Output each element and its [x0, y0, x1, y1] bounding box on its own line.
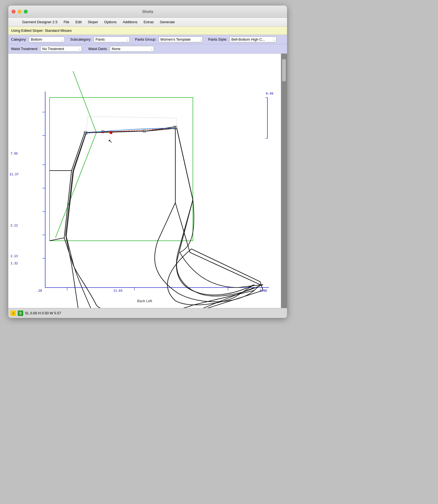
menu-item-file[interactable]: File	[61, 19, 72, 25]
waist-treatment-select[interactable]: No Treatment	[40, 46, 82, 52]
garment-outline	[66, 128, 263, 308]
waist-treatment-select-wrapper: No Treatment	[40, 46, 82, 52]
subcategory-label: Subcategory:	[70, 37, 92, 41]
menu-item-options[interactable]: Options	[101, 19, 119, 25]
menu-item-generate[interactable]: Generate	[157, 19, 178, 25]
using-sloper-label: Using Edited Sloper:	[11, 28, 44, 33]
svg-rect-12	[49, 98, 193, 241]
warning-icon: ⚠	[11, 310, 16, 316]
window-title: Shorts	[142, 9, 153, 14]
pants-group-select[interactable]: Women's Template	[158, 36, 203, 42]
subcategory-select-wrapper: Pants	[94, 36, 130, 42]
waist-darts-select-wrapper: None	[110, 46, 154, 52]
menu-item-app[interactable]: Garment Designer 2.5	[19, 19, 60, 25]
menubar: Garment Designer 2.5 File Edit Sloper Op…	[8, 18, 287, 27]
svg-line-14	[55, 133, 96, 238]
menu-item-extras[interactable]: Extras	[141, 19, 157, 25]
main-window: Shorts Garment Designer 2.5 File Edit Sl…	[8, 6, 287, 318]
waist-treatment-label: Waist Treatment:	[11, 47, 38, 51]
menu-item-edit[interactable]: Edit	[73, 19, 84, 25]
maximize-button[interactable]	[24, 10, 28, 14]
apple-icon[interactable]	[11, 19, 17, 25]
waist-darts-select[interactable]: None	[110, 46, 154, 52]
subcategory-select[interactable]: Pants	[94, 36, 130, 42]
pants-style-select[interactable]: Bell-Bottom High C...	[230, 36, 277, 42]
minimize-button[interactable]	[18, 10, 22, 14]
category-select[interactable]: Bottom	[29, 36, 65, 42]
s-icon: S	[18, 310, 23, 316]
canvas-area[interactable]: 0.49 7.95 11.37 2.12 2.13 1.32 .18 11.65…	[8, 54, 281, 308]
svg-line-15	[86, 128, 177, 133]
controls-bar-1: Category: Bottom Subcategory: Pants Pant…	[8, 35, 287, 44]
scrollbar-thumb[interactable]	[282, 59, 286, 81]
status-text: SL 0.00 H 0.50 W 5.57	[25, 311, 61, 315]
sloper-info-bar: Using Edited Sloper: Standard Misses	[8, 27, 287, 35]
scrollbar-right[interactable]	[281, 54, 287, 308]
category-select-wrapper: Bottom	[29, 36, 65, 42]
pants-style-label: Pants Style:	[208, 37, 227, 41]
titlebar: Shorts	[8, 6, 287, 18]
svg-point-20	[109, 131, 113, 134]
close-button[interactable]	[12, 10, 15, 14]
pattern-canvas[interactable]: ↖	[8, 54, 281, 308]
pants-group-select-wrapper: Women's Template	[158, 36, 203, 42]
controls-bar-2: Waist Treatment: No Treatment Waist Dart…	[8, 44, 287, 54]
traffic-lights	[12, 10, 28, 14]
waist-darts-label: Waist Darts:	[88, 47, 108, 51]
menu-item-additions[interactable]: Additions	[120, 19, 140, 25]
menu-item-sloper[interactable]: Sloper	[85, 19, 101, 25]
svg-line-13	[73, 71, 97, 132]
main-content: 0.49 7.95 11.37 2.12 2.13 1.32 .18 11.65…	[8, 54, 287, 308]
using-sloper-value: Standard Misses	[45, 28, 72, 33]
pants-group-label: Pants Group:	[135, 37, 156, 41]
statusbar: ⚠ S SL 0.00 H 0.50 W 5.57	[8, 308, 287, 318]
cursor-pointer: ↖	[108, 138, 113, 144]
category-label: Category:	[11, 37, 27, 41]
pants-style-select-wrapper: Bell-Bottom High C...	[230, 36, 277, 42]
